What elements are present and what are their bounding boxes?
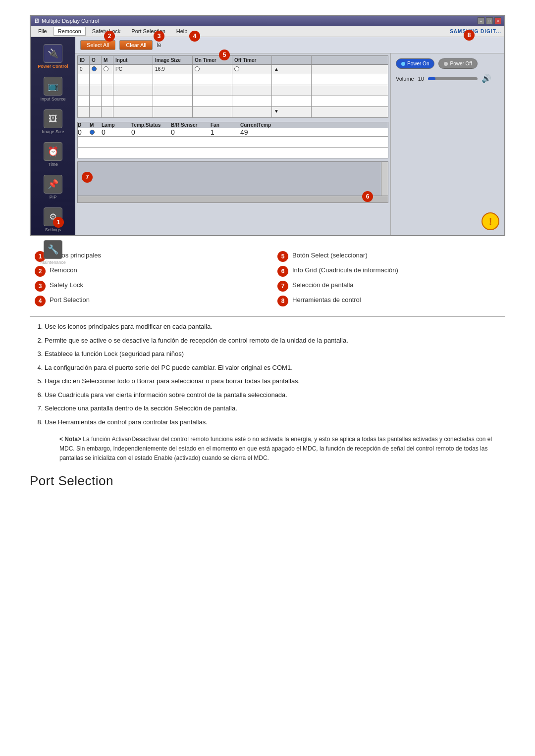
horizontal-scrollbar[interactable]: 6 [77, 196, 388, 203]
legend-text-8: Herramientas de control [292, 296, 361, 304]
badge-5: 5 [219, 50, 230, 60]
sidebar-label-time: Time [48, 162, 58, 167]
right-panel: Power On Power Off Volume 10 [390, 53, 504, 235]
input-source-icon: 📺 [44, 77, 62, 96]
clear-all-button[interactable]: Clear All [119, 40, 153, 50]
note-block: < Nota> La función Activar/Desactivar de… [59, 435, 505, 463]
badge-1: 1 [53, 217, 64, 228]
note-label: < Nota> [59, 436, 81, 443]
close-button[interactable]: × [494, 17, 501, 24]
col-o: O [90, 56, 102, 64]
power-on-indicator [401, 62, 405, 66]
menu-help[interactable]: Help [172, 27, 192, 36]
legend-text-3: Safety Lock [50, 281, 83, 290]
minimize-button[interactable]: – [478, 17, 484, 24]
table-row [77, 148, 388, 158]
list-item-2: Permite que se active o se desactive la … [45, 336, 505, 346]
col-off-timer: Off Timer [232, 56, 272, 64]
volume-slider[interactable] [428, 77, 478, 80]
badge-4: 4 [189, 31, 200, 42]
samsung-logo: SAMSUNG DIGIT... [450, 29, 501, 34]
power-controls: Power On Power Off [396, 58, 499, 69]
power-on-button[interactable]: Power On [396, 58, 434, 69]
sidebar-item-maintenance[interactable]: 🔧 Maintenance [31, 237, 75, 268]
cell-image-size: 16:9 [153, 65, 193, 74]
maintenance-icon: 🔧 [44, 240, 62, 259]
numbered-list: Use los iconos principales para modifica… [30, 322, 505, 427]
badge-7: 7 [82, 172, 93, 183]
legend-badge-6: 6 [277, 266, 288, 277]
time-icon: ⏰ [44, 142, 62, 161]
col-fan: Fan [211, 122, 240, 128]
toolbar: Select All Clear All le [75, 37, 504, 53]
cell-on-timer [193, 65, 232, 74]
legend-item-4: 4 Port Selection [35, 296, 258, 306]
badge-6: 6 [362, 191, 373, 202]
table-row [77, 96, 388, 107]
title-bar: 🖥 Multiple Display Control – □ × [31, 16, 504, 26]
legend-badge-7: 7 [277, 281, 288, 292]
list-item-5: Haga clic en Seleccionar todo o Borrar p… [45, 376, 505, 386]
sidebar-item-input[interactable]: 📺 Input Source [31, 74, 75, 104]
sidebar-label-power: Power Control [38, 64, 68, 69]
col-extra [272, 56, 312, 64]
power-off-indicator [444, 62, 448, 66]
image-size-icon: 🖼 [44, 109, 62, 128]
legend-badge-3: 3 [35, 281, 46, 292]
table-row [77, 137, 388, 148]
grid-header-1: ID O M Input Image Size On Timer Off Tim… [77, 55, 388, 65]
legend-badge-5: 5 [277, 251, 288, 262]
screen-selection-area[interactable]: 7 [77, 161, 388, 196]
volume-label: Volume [396, 76, 414, 82]
col-image-size: Image Size [153, 56, 193, 64]
sidebar-item-time[interactable]: ⏰ Time [31, 139, 75, 170]
cell-input: PC [113, 65, 153, 74]
cell-id: 0 [78, 65, 90, 74]
list-item-6: Use Cuadrícula para ver cierta informaci… [45, 390, 505, 400]
badge-8: 8 [464, 30, 475, 41]
volume-icon: 🔊 [482, 74, 491, 83]
sidebar-item-power[interactable]: 🔌 Power Control [31, 41, 75, 72]
list-item-8: Use Herramientas de control para control… [45, 417, 505, 427]
sidebar-label-pip: PIP [50, 195, 57, 200]
menu-remocon[interactable]: Remocon [54, 27, 86, 36]
legend-item-5: 5 Botón Select (seleccionar) [277, 251, 500, 262]
legend-text-4: Port Selection [50, 296, 90, 304]
table-row [77, 85, 388, 96]
power-off-button[interactable]: Power Off [438, 58, 477, 69]
list-item-7: Seleccione una pantalla dentro de la sec… [45, 403, 505, 413]
sidebar-label-settings: Settings [45, 227, 61, 232]
sidebar-item-pip[interactable]: 📌 PIP [31, 172, 75, 202]
legend-text-7: Selección de pantalla [292, 281, 354, 290]
app-title: Multiple Display Control [42, 18, 99, 24]
power-control-icon: 🔌 [44, 44, 62, 63]
menu-file[interactable]: File [34, 27, 52, 36]
select-all-button[interactable]: Select All [80, 40, 115, 50]
table-row[interactable]: 0 0 0 0 1 49 [77, 128, 388, 137]
legend-section: 1 Iconos principales 2 Remocon 3 Safety … [30, 251, 505, 306]
cell-current-temp: 49 [240, 128, 280, 136]
list-item-4: La configuración para el puerto serie de… [45, 363, 505, 373]
sidebar: 🔌 Power Control 📺 Input Source 🖼 Image S… [31, 37, 75, 235]
col-br-senser: B/R Senser [171, 122, 211, 128]
sidebar-label-maintenance: Maintenance [40, 260, 66, 265]
legend-badge-4: 4 [35, 296, 46, 306]
page-title: Port Selection [30, 473, 505, 489]
legend-text-6: Info Grid (Cuadrícula de información) [292, 266, 398, 275]
scrollbar[interactable] [381, 162, 388, 196]
cell-m [102, 65, 113, 74]
sidebar-label-image: Image Size [42, 129, 64, 134]
note-text: La función Activar/Desactivar del contro… [59, 436, 492, 461]
warning-icon: ! [482, 212, 499, 230]
legend-text-5: Botón Select (seleccionar) [292, 251, 368, 260]
maximize-button[interactable]: □ [486, 17, 493, 24]
table-row[interactable]: 0 PC 16:9 ▲ [77, 65, 388, 74]
cell-m2 [90, 128, 102, 136]
pip-icon: 📌 [44, 175, 62, 194]
cell-scroll: ▲ [272, 65, 312, 74]
sidebar-item-image[interactable]: 🖼 Image Size [31, 106, 75, 137]
volume-fill [428, 77, 435, 80]
cell-off-timer [232, 65, 272, 74]
sidebar-label-input: Input Source [40, 97, 65, 101]
legend-item-6: 6 Info Grid (Cuadrícula de información) [277, 266, 500, 277]
